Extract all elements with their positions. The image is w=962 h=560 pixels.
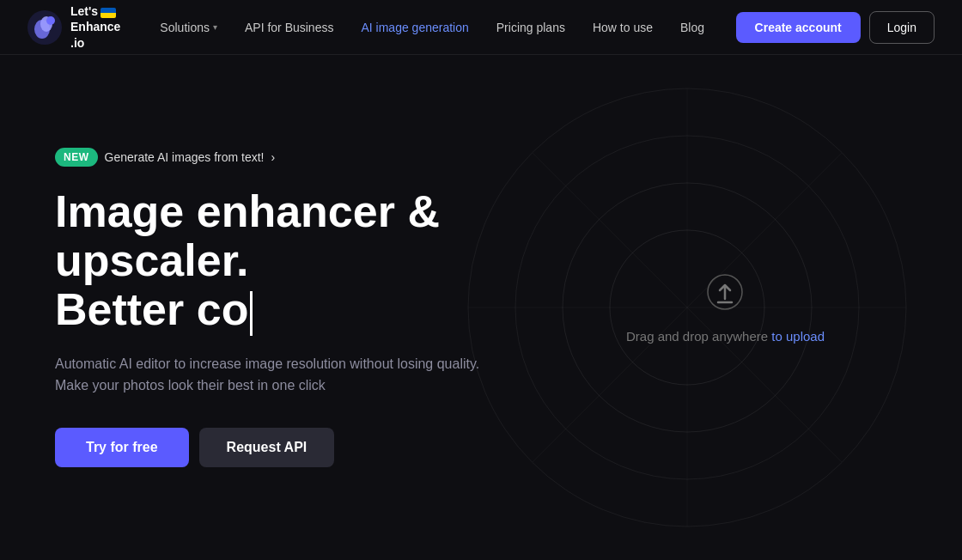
nav-item-api[interactable]: API for Business [233,14,346,41]
logo-icon [27,10,62,45]
badge-new-label: NEW [55,148,98,167]
upload-label: Drag and drop anywhere to upload [626,329,825,344]
navbar: Let's Enhance .io Solutions ▾ API for Bu… [0,0,962,55]
nav-item-blog[interactable]: Blog [668,14,716,41]
logo-text: Let's Enhance .io [70,3,120,51]
nav-links: Solutions ▾ API for Business AI image ge… [148,14,735,41]
hero-section: Drag and drop anywhere to upload NEW Gen… [0,55,962,560]
nav-item-how-to[interactable]: How to use [581,14,665,41]
hero-title: Image enhancer & upscaler. Better co [55,187,570,336]
nav-item-ai-image[interactable]: AI image generation [349,14,480,41]
text-cursor [250,291,253,336]
new-badge[interactable]: NEW Generate AI images from text! › [55,148,275,167]
try-for-free-button[interactable]: Try for free [55,428,189,467]
hero-content: NEW Generate AI images from text! › Imag… [55,148,570,467]
create-account-button[interactable]: Create account [736,12,861,43]
arrow-icon: › [271,150,275,164]
badge-description: Generate AI images from text! [105,150,265,164]
nav-item-pricing[interactable]: Pricing plans [484,14,577,41]
hero-subtitle: Automatic AI editor to increase image re… [55,353,570,397]
request-api-button[interactable]: Request API [199,428,335,467]
hero-actions: Try for free Request API [55,428,570,467]
chevron-down-icon: ▾ [213,22,217,32]
upload-link[interactable]: to upload [771,329,825,344]
svg-point-3 [46,16,55,25]
upload-icon [704,271,746,320]
login-button[interactable]: Login [869,11,935,44]
nav-item-solutions[interactable]: Solutions ▾ [148,14,229,41]
upload-area[interactable]: Drag and drop anywhere to upload [626,271,825,344]
logo[interactable]: Let's Enhance .io [27,3,120,51]
nav-actions: Create account Login [736,11,935,44]
